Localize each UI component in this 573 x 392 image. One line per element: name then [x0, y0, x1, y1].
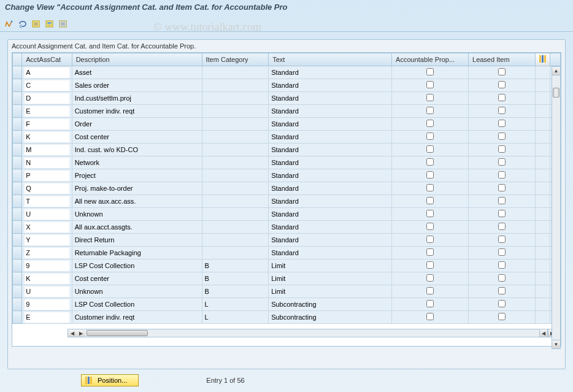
- acct-input[interactable]: [25, 235, 69, 245]
- hscroll-left-arrow-2[interactable]: ▶: [77, 329, 85, 337]
- leased-checkbox[interactable]: [498, 287, 506, 294]
- acct-input[interactable]: [25, 286, 69, 297]
- row-selector[interactable]: [13, 221, 22, 234]
- leased-checkbox[interactable]: [498, 313, 506, 320]
- acct-input[interactable]: [25, 119, 69, 129]
- accp-checkbox[interactable]: [426, 261, 434, 269]
- position-button[interactable]: Position...: [81, 374, 139, 386]
- acct-input[interactable]: [25, 248, 69, 258]
- accp-checkbox[interactable]: [426, 171, 434, 179]
- acct-input[interactable]: [25, 171, 69, 181]
- accp-checkbox[interactable]: [426, 133, 434, 140]
- row-selector[interactable]: [13, 259, 22, 272]
- vertical-scrollbar[interactable]: ▲ ▼: [552, 66, 561, 349]
- accp-checkbox[interactable]: [426, 184, 434, 191]
- row-selector[interactable]: [13, 131, 22, 144]
- vscroll-thumb[interactable]: [553, 88, 560, 98]
- leased-checkbox[interactable]: [498, 300, 506, 307]
- acct-input[interactable]: [25, 299, 69, 310]
- leased-checkbox[interactable]: [498, 223, 506, 230]
- leased-checkbox[interactable]: [498, 158, 506, 166]
- configure-columns-button[interactable]: [535, 53, 550, 66]
- acct-input[interactable]: [25, 274, 69, 284]
- undo-icon[interactable]: [17, 18, 28, 29]
- accp-checkbox[interactable]: [426, 274, 434, 282]
- accp-checkbox[interactable]: [426, 145, 434, 153]
- col-header-accp[interactable]: Accountable Prop...: [392, 53, 469, 66]
- accp-checkbox[interactable]: [426, 287, 434, 294]
- row-selector[interactable]: [13, 182, 22, 195]
- switch-mode-icon[interactable]: [4, 18, 15, 29]
- hscroll-left-arrow[interactable]: ◀: [68, 329, 77, 337]
- leased-checkbox[interactable]: [498, 68, 506, 75]
- accp-checkbox[interactable]: [426, 120, 434, 127]
- col-header-desc[interactable]: Description: [72, 53, 202, 66]
- leased-checkbox[interactable]: [498, 107, 506, 114]
- row-selector[interactable]: [13, 144, 22, 156]
- leased-checkbox[interactable]: [498, 210, 506, 217]
- row-selector[interactable]: [13, 79, 22, 92]
- row-selector[interactable]: [13, 92, 22, 105]
- col-header-itemcat[interactable]: Item Category: [202, 53, 269, 66]
- acct-input[interactable]: [25, 145, 69, 155]
- accp-checkbox[interactable]: [426, 223, 434, 230]
- accp-checkbox[interactable]: [426, 158, 434, 166]
- row-selector[interactable]: [13, 298, 22, 311]
- leased-checkbox[interactable]: [498, 274, 506, 282]
- hscroll-right-arrow-1[interactable]: ◀: [539, 329, 548, 337]
- deselect-all-icon[interactable]: [58, 18, 69, 29]
- accp-checkbox[interactable]: [426, 94, 434, 101]
- row-selector[interactable]: [13, 208, 22, 221]
- row-selector[interactable]: [13, 247, 22, 259]
- col-header-acct[interactable]: AcctAssCat: [22, 53, 72, 66]
- row-selector[interactable]: [13, 272, 22, 285]
- leased-checkbox[interactable]: [498, 133, 506, 140]
- accp-checkbox[interactable]: [426, 313, 434, 320]
- row-selector[interactable]: [13, 118, 22, 131]
- row-selector-header[interactable]: [13, 53, 22, 66]
- row-selector[interactable]: [13, 156, 22, 169]
- leased-checkbox[interactable]: [498, 261, 506, 269]
- horizontal-scrollbar[interactable]: ◀ ▶: [67, 329, 544, 337]
- acct-input[interactable]: [25, 67, 69, 78]
- row-selector[interactable]: [13, 169, 22, 182]
- acct-input[interactable]: [25, 183, 69, 194]
- row-selector[interactable]: [13, 234, 22, 247]
- acct-input[interactable]: [25, 106, 69, 117]
- leased-checkbox[interactable]: [498, 197, 506, 204]
- leased-checkbox[interactable]: [498, 145, 506, 153]
- acct-input[interactable]: [25, 93, 69, 104]
- vscroll-down-arrow[interactable]: ▼: [552, 340, 560, 348]
- accp-checkbox[interactable]: [426, 300, 434, 307]
- accp-checkbox[interactable]: [426, 81, 434, 88]
- row-selector[interactable]: [13, 105, 22, 118]
- row-selector[interactable]: [13, 311, 22, 324]
- vscroll-up-arrow[interactable]: ▲: [552, 67, 560, 75]
- acct-input[interactable]: [25, 132, 69, 142]
- acct-input[interactable]: [25, 196, 69, 207]
- col-header-leased[interactable]: Leased Item: [469, 53, 536, 66]
- accp-checkbox[interactable]: [426, 210, 434, 217]
- leased-checkbox[interactable]: [498, 236, 506, 243]
- leased-checkbox[interactable]: [498, 81, 506, 88]
- row-selector[interactable]: [13, 195, 22, 208]
- select-all-icon[interactable]: [31, 18, 42, 29]
- accp-checkbox[interactable]: [426, 248, 434, 256]
- acct-input[interactable]: [25, 80, 69, 91]
- accp-checkbox[interactable]: [426, 68, 434, 75]
- leased-checkbox[interactable]: [498, 248, 506, 256]
- accp-checkbox[interactable]: [426, 107, 434, 114]
- acct-input[interactable]: [25, 312, 69, 323]
- accp-checkbox[interactable]: [426, 197, 434, 204]
- col-header-text[interactable]: Text: [269, 53, 392, 66]
- select-block-icon[interactable]: [44, 18, 55, 29]
- accp-checkbox[interactable]: [426, 236, 434, 243]
- acct-input[interactable]: [25, 209, 69, 220]
- acct-input[interactable]: [25, 158, 69, 168]
- row-selector[interactable]: [13, 285, 22, 298]
- leased-checkbox[interactable]: [498, 120, 506, 127]
- acct-input[interactable]: [25, 222, 69, 233]
- hscroll-thumb[interactable]: [87, 330, 148, 336]
- leased-checkbox[interactable]: [498, 94, 506, 101]
- leased-checkbox[interactable]: [498, 171, 506, 179]
